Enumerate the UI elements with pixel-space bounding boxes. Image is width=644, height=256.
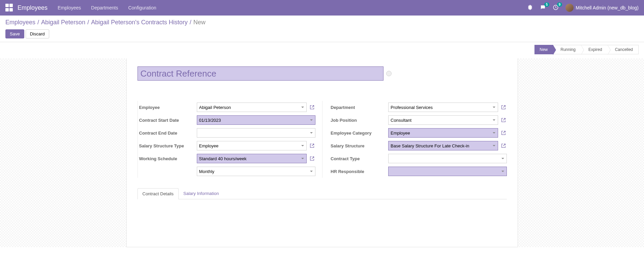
form-col-right: Department Job Position Employee Categor… xyxy=(322,101,507,178)
form-grid: Employee Contract Start Date Contract En… xyxy=(137,101,507,178)
navbar-menu: Employees Departments Configuration xyxy=(58,5,156,10)
messages-icon[interactable]: 5 xyxy=(540,4,546,11)
working-schedule-field[interactable] xyxy=(197,154,307,163)
navbar-right: 5 9 Mitchell Admin (new_db_blog) xyxy=(527,4,639,12)
app-title[interactable]: Employees xyxy=(18,4,48,11)
navbar-menu-departments[interactable]: Departments xyxy=(91,5,118,10)
breadcrumb-contracts[interactable]: Abigail Peterson's Contracts History xyxy=(91,19,188,26)
salary-structure-field[interactable] xyxy=(388,141,498,150)
label-job-position: Job Position xyxy=(329,118,388,123)
activities-icon[interactable]: 9 xyxy=(553,4,559,11)
external-link-icon[interactable] xyxy=(309,142,315,149)
breadcrumb-current: New xyxy=(193,19,206,26)
statusbar: New Running Expired Cancelled xyxy=(534,45,639,54)
external-link-icon[interactable] xyxy=(500,104,507,111)
employee-field[interactable] xyxy=(197,103,307,112)
form-col-left: Employee Contract Start Date Contract En… xyxy=(138,101,316,178)
label-department: Department xyxy=(329,105,388,110)
main-background: Employee Contract Start Date Contract En… xyxy=(0,58,644,247)
label-employee: Employee xyxy=(138,105,197,110)
bug-icon[interactable] xyxy=(527,4,533,11)
salary-struct-type-field[interactable] xyxy=(197,141,307,150)
breadcrumb: Employees / Abigail Peterson / Abigail P… xyxy=(5,19,639,26)
status-running[interactable]: Running xyxy=(553,45,581,54)
save-button[interactable]: Save xyxy=(5,29,24,38)
breadcrumb-employee[interactable]: Abigail Peterson xyxy=(41,19,85,26)
activities-badge: 9 xyxy=(557,2,562,7)
label-working-schedule: Working Schedule xyxy=(138,156,197,161)
pay-interval-field[interactable] xyxy=(197,167,316,176)
contract-reference-input[interactable] xyxy=(137,66,384,81)
apps-icon[interactable] xyxy=(5,4,13,12)
hr-responsible-field[interactable] xyxy=(388,167,507,176)
navbar-menu-configuration[interactable]: Configuration xyxy=(128,5,156,10)
label-start-date: Contract Start Date xyxy=(138,118,197,123)
user-name: Mitchell Admin (new_db_blog) xyxy=(576,5,639,10)
kanban-state-dot[interactable] xyxy=(386,71,392,76)
department-field[interactable] xyxy=(388,103,498,112)
title-row xyxy=(137,66,507,81)
avatar xyxy=(565,4,574,12)
actions: Save Discard xyxy=(5,29,639,38)
messages-badge: 5 xyxy=(544,2,550,7)
tabs: Contract Details Salary Information xyxy=(137,188,507,199)
label-end-date: Contract End Date xyxy=(138,131,197,136)
user-menu[interactable]: Mitchell Admin (new_db_blog) xyxy=(565,4,639,12)
tab-salary-information[interactable]: Salary Information xyxy=(179,188,224,199)
external-link-icon[interactable] xyxy=(500,130,507,136)
external-link-icon[interactable] xyxy=(309,104,315,111)
employee-category-field[interactable] xyxy=(388,128,498,138)
label-salary-struct-type: Salary Structure Type xyxy=(138,143,197,148)
external-link-icon[interactable] xyxy=(309,155,315,162)
label-hr-responsible: HR Responsible xyxy=(329,169,388,174)
tab-contract-details[interactable]: Contract Details xyxy=(137,188,179,199)
discard-button[interactable]: Discard xyxy=(26,29,49,38)
label-salary-structure: Salary Structure xyxy=(329,143,388,148)
label-contract-type: Contract Type xyxy=(329,156,388,161)
end-date-field[interactable] xyxy=(197,128,316,138)
navbar: Employees Employees Departments Configur… xyxy=(0,0,644,16)
form-sheet: Employee Contract Start Date Contract En… xyxy=(126,58,518,247)
job-position-field[interactable] xyxy=(388,115,498,125)
control-panel: Employees / Abigail Peterson / Abigail P… xyxy=(0,16,644,42)
breadcrumb-employees[interactable]: Employees xyxy=(5,19,35,26)
start-date-field[interactable] xyxy=(197,115,316,125)
statusbar-row: New Running Expired Cancelled xyxy=(0,42,644,58)
navbar-menu-employees[interactable]: Employees xyxy=(58,5,81,10)
label-employee-category: Employee Category xyxy=(329,131,388,136)
external-link-icon[interactable] xyxy=(500,142,507,149)
status-expired[interactable]: Expired xyxy=(581,45,608,54)
status-new[interactable]: New xyxy=(534,45,553,54)
external-link-icon[interactable] xyxy=(500,117,507,123)
status-cancelled[interactable]: Cancelled xyxy=(608,45,639,54)
contract-type-field[interactable] xyxy=(388,154,507,163)
